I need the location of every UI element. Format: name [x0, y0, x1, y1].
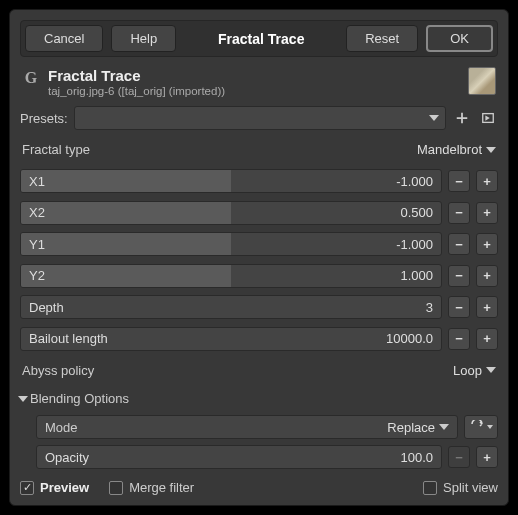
preview-label[interactable]: Preview [40, 480, 89, 495]
y2-row: Y2 1.000 − + [20, 263, 498, 289]
fractal-type-dropdown[interactable]: Mandelbrot [417, 142, 496, 157]
depth-decrement-button[interactable]: − [448, 296, 470, 318]
blending-expander[interactable]: Blending Options [20, 389, 498, 408]
mode-dropdown[interactable]: Mode Replace [36, 415, 458, 439]
y2-increment-button[interactable]: + [476, 265, 498, 287]
x1-row: X1 -1.000 − + [20, 169, 498, 195]
chevron-down-icon [429, 115, 439, 121]
fractal-type-row: Fractal type Mandelbrot [20, 137, 498, 163]
x2-label: X2 [21, 205, 45, 220]
bailout-input[interactable]: Bailout length 10000.0 [20, 327, 442, 351]
bailout-decrement-button[interactable]: − [448, 328, 470, 350]
x2-increment-button[interactable]: + [476, 202, 498, 224]
opacity-row: Opacity 100.0 − + [36, 444, 498, 470]
depth-input[interactable]: Depth 3 [20, 295, 442, 319]
depth-row: Depth 3 − + [20, 295, 498, 321]
opacity-label: Opacity [37, 450, 89, 465]
filter-title: Fractal Trace [48, 67, 460, 84]
presets-row: Presets: [20, 105, 498, 131]
x1-value: -1.000 [396, 174, 441, 189]
depth-label: Depth [21, 300, 64, 315]
y2-slider[interactable]: Y2 1.000 [20, 264, 442, 288]
opacity-decrement-button[interactable]: − [448, 446, 470, 468]
presets-dropdown[interactable] [74, 106, 446, 130]
bailout-value: 10000.0 [386, 331, 441, 346]
x2-value: 0.500 [400, 205, 441, 220]
y2-label: Y2 [21, 268, 45, 283]
bailout-label: Bailout length [21, 331, 108, 346]
merge-filter-label[interactable]: Merge filter [129, 480, 194, 495]
preset-manage-button[interactable] [478, 108, 498, 128]
depth-value: 3 [426, 300, 441, 315]
abyss-policy-row: Abyss policy Loop [20, 358, 498, 384]
y2-decrement-button[interactable]: − [448, 265, 470, 287]
y1-increment-button[interactable]: + [476, 233, 498, 255]
mode-row: Mode Replace [36, 414, 498, 440]
bailout-increment-button[interactable]: + [476, 328, 498, 350]
image-subtitle: taj_orig.jpg-6 ([taj_orig] (imported)) [48, 85, 460, 97]
x2-slider[interactable]: X2 0.500 [20, 201, 442, 225]
split-view-label[interactable]: Split view [443, 480, 498, 495]
x1-slider[interactable]: X1 -1.000 [20, 169, 442, 193]
abyss-dropdown[interactable]: Loop [453, 363, 496, 378]
mode-value: Replace [387, 420, 435, 435]
fractal-type-label: Fractal type [22, 142, 90, 157]
chevron-down-icon [439, 424, 449, 430]
x1-increment-button[interactable]: + [476, 170, 498, 192]
y1-row: Y1 -1.000 − + [20, 232, 498, 258]
abyss-value: Loop [453, 363, 482, 378]
image-thumbnail[interactable] [468, 67, 496, 95]
help-button[interactable]: Help [111, 25, 176, 52]
expander-triangle-icon [18, 396, 28, 402]
depth-increment-button[interactable]: + [476, 296, 498, 318]
toolbar-title: Fractal Trace [206, 31, 316, 47]
merge-filter-checkbox[interactable] [109, 481, 123, 495]
reset-button[interactable]: Reset [346, 25, 418, 52]
cancel-button[interactable]: Cancel [25, 25, 103, 52]
preset-add-button[interactable] [452, 108, 472, 128]
blending-section: Mode Replace Opacity 100.0 − + [20, 414, 498, 470]
y1-slider[interactable]: Y1 -1.000 [20, 232, 442, 256]
bottom-bar: Preview Merge filter Split view [20, 476, 498, 495]
dialog-window: Cancel Help Fractal Trace Reset OK G Fra… [9, 9, 509, 506]
presets-label: Presets: [20, 111, 68, 126]
bailout-row: Bailout length 10000.0 − + [20, 326, 498, 352]
chevron-down-icon [487, 425, 493, 429]
y1-value: -1.000 [396, 237, 441, 252]
dialog-header: G Fractal Trace taj_orig.jpg-6 ([taj_ori… [20, 63, 498, 99]
chevron-down-icon [486, 147, 496, 153]
x2-decrement-button[interactable]: − [448, 202, 470, 224]
y1-label: Y1 [21, 237, 45, 252]
mode-label: Mode [45, 420, 78, 435]
x2-row: X2 0.500 − + [20, 200, 498, 226]
chevron-down-icon [486, 367, 496, 373]
split-view-checkbox[interactable] [423, 481, 437, 495]
opacity-slider[interactable]: Opacity 100.0 [36, 445, 442, 469]
x1-decrement-button[interactable]: − [448, 170, 470, 192]
y2-value: 1.000 [400, 268, 441, 283]
x1-label: X1 [21, 174, 45, 189]
opacity-increment-button[interactable]: + [476, 446, 498, 468]
blending-header-label: Blending Options [30, 391, 129, 406]
y1-decrement-button[interactable]: − [448, 233, 470, 255]
mode-swap-button[interactable] [464, 415, 498, 439]
ok-button[interactable]: OK [426, 25, 493, 52]
opacity-value: 100.0 [400, 450, 441, 465]
top-toolbar: Cancel Help Fractal Trace Reset OK [20, 20, 498, 57]
preview-checkbox[interactable] [20, 481, 34, 495]
abyss-label: Abyss policy [22, 363, 94, 378]
fractal-type-value: Mandelbrot [417, 142, 482, 157]
app-logo-icon: G [22, 69, 40, 87]
